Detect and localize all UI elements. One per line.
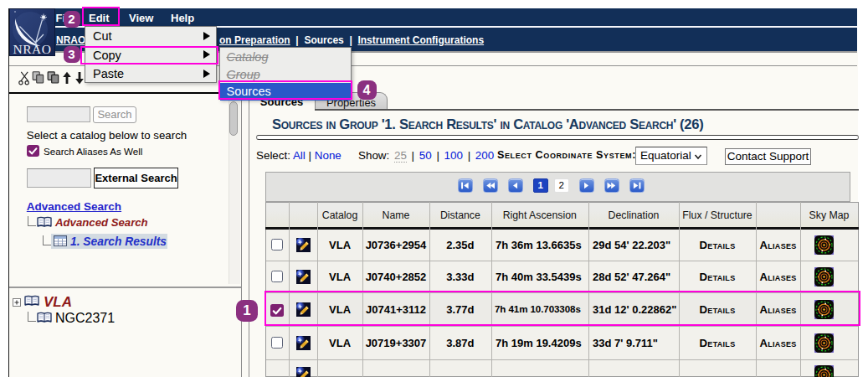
svg-text:NRAO: NRAO: [13, 42, 52, 56]
